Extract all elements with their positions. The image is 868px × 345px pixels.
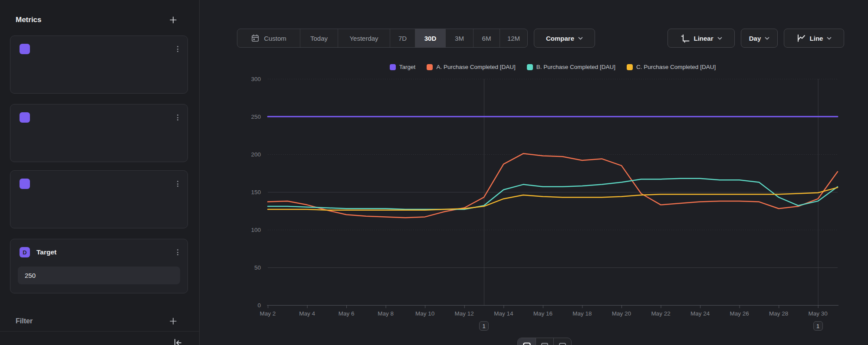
x-axis-label-may-20: May 20 bbox=[612, 310, 631, 317]
x-axis-label-may-22: May 22 bbox=[651, 310, 670, 317]
y-axis-label-100: 100 bbox=[251, 227, 261, 233]
table-panel-icon bbox=[558, 342, 567, 345]
x-axis-label-may-6: May 6 bbox=[339, 310, 355, 317]
x-axis-label-may-16: May 16 bbox=[533, 310, 552, 317]
series-line-c bbox=[268, 188, 838, 210]
y-axis-label-250: 250 bbox=[251, 114, 261, 120]
line-chart: 050100150200250300May 2May 4May 6May 8Ma… bbox=[0, 0, 868, 345]
chart-view-toggle bbox=[517, 338, 572, 345]
y-axis-label-300: 300 bbox=[251, 76, 261, 82]
chart-view-option-split[interactable] bbox=[536, 338, 553, 345]
x-axis-label-may-26: May 26 bbox=[730, 310, 749, 317]
y-axis-label-0: 0 bbox=[257, 302, 261, 309]
x-axis-label-may-18: May 18 bbox=[572, 310, 592, 317]
chart-view-option-table[interactable] bbox=[553, 338, 571, 345]
y-axis-label-200: 200 bbox=[251, 151, 261, 158]
x-axis-label-may-10: May 10 bbox=[415, 310, 434, 317]
x-axis-label-may-12: May 12 bbox=[455, 310, 474, 317]
split-panel-icon bbox=[540, 342, 549, 345]
y-axis-label-50: 50 bbox=[254, 264, 261, 271]
x-axis-label-may-24: May 24 bbox=[690, 310, 710, 317]
x-axis-label-may-14: May 14 bbox=[494, 310, 513, 317]
x-axis-label-may-28: May 28 bbox=[769, 310, 788, 317]
x-axis-label-may-4: May 4 bbox=[299, 310, 315, 317]
series-line-a bbox=[268, 153, 838, 218]
x-axis-label-may-30: May 30 bbox=[809, 310, 828, 317]
chart-view-option-line[interactable] bbox=[518, 338, 536, 345]
x-axis-label-may-8: May 8 bbox=[378, 310, 394, 317]
y-axis-label-150: 150 bbox=[251, 189, 261, 195]
annotation-badge-2[interactable]: 1 bbox=[813, 321, 823, 331]
annotation-badge-1[interactable]: 1 bbox=[479, 321, 489, 331]
x-axis-label-may-2: May 2 bbox=[260, 310, 276, 317]
chart-panel-icon bbox=[523, 342, 531, 345]
